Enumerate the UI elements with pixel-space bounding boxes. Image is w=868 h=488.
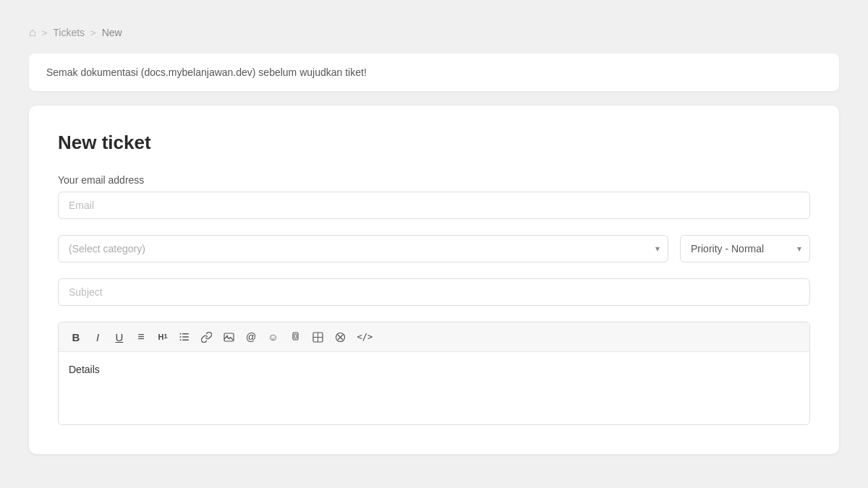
svg-point-5	[180, 339, 182, 341]
image-button[interactable]	[220, 328, 238, 346]
emoji-button[interactable]: ☺	[264, 328, 281, 346]
email-input[interactable]	[58, 192, 810, 219]
svg-rect-0	[182, 333, 189, 335]
editor-container: B I U ≡ H1	[58, 322, 810, 425]
clear-button[interactable]	[331, 328, 349, 346]
mention-button[interactable]: @	[242, 328, 260, 346]
svg-rect-1	[182, 336, 189, 338]
notice-banner: Semak dokumentasi (docs.mybelanjawan.dev…	[29, 53, 839, 91]
notice-text: Semak dokumentasi (docs.mybelanjawan.dev…	[46, 67, 367, 78]
editor-toolbar: B I U ≡ H1	[59, 322, 809, 352]
breadcrumb-current: New	[102, 27, 122, 38]
email-group: Your email address	[58, 174, 810, 219]
selects-row: (Select category) Billing Technical Gene…	[58, 235, 810, 262]
attach-button[interactable]	[286, 328, 305, 346]
priority-wrapper: Priority - Normal Priority - Low Priorit…	[680, 235, 810, 262]
form-card: New ticket Your email address (Select ca…	[29, 106, 839, 454]
breadcrumb: ⌂ > Tickets > New	[29, 14, 839, 53]
bold-button[interactable]: B	[67, 328, 85, 346]
code-button[interactable]: </>	[354, 328, 377, 346]
breadcrumb-separator-1: >	[42, 27, 48, 38]
home-icon[interactable]: ⌂	[29, 26, 36, 39]
svg-rect-2	[182, 340, 189, 341]
category-select[interactable]: (Select category) Billing Technical Gene…	[58, 235, 668, 262]
form-title: New ticket	[58, 132, 810, 154]
svg-rect-9	[294, 334, 297, 338]
list-button[interactable]	[176, 328, 193, 346]
svg-point-4	[180, 336, 182, 338]
link-button[interactable]	[197, 328, 216, 346]
align-button[interactable]: ≡	[132, 328, 150, 346]
editor-placeholder: Details	[69, 364, 100, 375]
breadcrumb-separator-2: >	[90, 27, 96, 38]
underline-button[interactable]: U	[111, 328, 128, 346]
svg-point-3	[180, 333, 182, 335]
editor-content[interactable]: Details	[59, 352, 809, 424]
h1-button[interactable]: H1	[154, 328, 171, 346]
subject-input[interactable]	[58, 278, 810, 306]
italic-button[interactable]: I	[89, 328, 106, 346]
email-label: Your email address	[58, 174, 810, 186]
category-wrapper: (Select category) Billing Technical Gene…	[58, 235, 668, 262]
breadcrumb-tickets[interactable]: Tickets	[53, 27, 85, 38]
table-button[interactable]	[309, 328, 327, 346]
priority-select[interactable]: Priority - Normal Priority - Low Priorit…	[680, 235, 810, 262]
